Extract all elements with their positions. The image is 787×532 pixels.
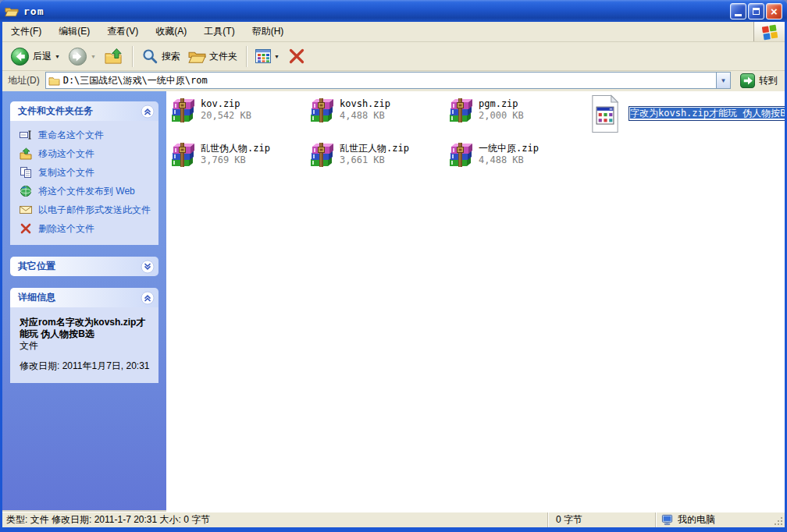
go-button[interactable]: 转到 [736,73,782,88]
close-button[interactable]: × [766,3,782,20]
rename-selected-text: 字改为kovsh.zip才能玩 伪人物按B选 [630,108,785,119]
address-dropdown-button[interactable]: ▼ [716,73,730,88]
menu-view[interactable]: 查看(V) [98,22,147,41]
search-icon [141,48,158,65]
folders-icon [188,49,206,64]
panel-file-tasks-body: 重命名这个文件 移动这个文件 复制这个文件 将这个文件发布到 Web [10,121,158,245]
main-area: 文件和文件夹任务 重命名这个文件 移动这个文件 复制这个文件 [2,91,785,512]
panel-other-places: 其它位置 [10,257,158,276]
task-move-file[interactable]: 移动这个文件 [20,148,154,160]
details-modified-date: 修改日期: 2011年1月7日, 20:31 [20,360,152,372]
details-file-name: 对应rom名字改为kovsh.zip才能玩 伪人物按B选 [20,317,152,340]
file-name: 乱世正人物.zip [340,143,409,154]
file-kovsh-zip[interactable]: kovsh.zip 4,488 KB [309,98,448,143]
task-copy-file[interactable]: 复制这个文件 [20,167,154,179]
toolbar: 后退 ▼ ▼ 搜索 文件夹 ▼ [2,42,785,71]
minimize-button[interactable] [730,3,746,20]
winrar-archive-icon [309,98,334,123]
task-publish-web[interactable]: 将这个文件发布到 Web [20,186,154,197]
task-label: 将这个文件发布到 Web [38,186,135,197]
window-title: rom [23,5,44,17]
file-pgm-zip[interactable]: pgm.zip 2,000 KB [448,98,587,143]
task-label: 移动这个文件 [38,148,94,159]
up-button[interactable] [101,44,126,69]
broken-plugin-button[interactable] [284,44,309,69]
explorer-window: rom × 文件(F) 编辑(E) 查看(V) 收藏(A) 工具(T) 帮助(H… [0,0,787,532]
file-luanshi-zheng-zip[interactable]: 乱世正人物.zip 3,661 KB [309,143,448,187]
red-x-icon [287,47,306,66]
task-label: 以电子邮件形式发送此文件 [38,204,151,215]
windows-flag-icon [761,23,778,41]
forward-button[interactable]: ▼ [65,44,99,69]
winrar-archive-icon [170,98,195,123]
file-name: 乱世伪人物.zip [201,143,270,154]
toolbar-separator [132,46,133,67]
task-email-file[interactable]: 以电子邮件形式发送此文件 [20,204,154,216]
forward-icon [68,47,87,66]
views-icon [255,49,271,63]
details-file-type: 文件 [20,340,152,352]
menu-file[interactable]: 文件(F) [2,22,50,41]
file-luanshi-wei-zip[interactable]: 乱世伪人物.zip 3,769 KB [170,143,309,187]
titlebar: rom × [0,0,787,22]
back-dropdown-icon[interactable]: ▼ [55,54,60,59]
folders-button[interactable]: 文件夹 [185,44,240,69]
file-name: pgm.zip [479,98,524,110]
views-button[interactable]: ▼ [252,44,283,69]
file-size: 4,488 KB [340,110,390,122]
panel-title: 其它位置 [18,260,55,273]
copy-icon [20,166,32,179]
addressbar: 地址(D) D:\三国战纪\游戏\一统中原\rom ▼ 转到 [2,71,785,91]
folders-label: 文件夹 [209,50,237,63]
file-size: 20,542 KB [201,110,251,122]
winrar-archive-icon [448,98,473,123]
chevron-down-icon[interactable] [141,260,155,274]
views-dropdown-icon: ▼ [274,54,280,59]
back-label: 后退 [33,50,52,63]
globe-icon [20,185,32,197]
address-input[interactable]: D:\三国战纪\游戏\一统中原\rom ▼ [45,72,731,89]
file-size: 2,000 KB [479,110,524,122]
file-size: 3,769 KB [201,154,270,166]
resize-grip[interactable] [774,512,785,527]
menu-tools[interactable]: 工具(T) [195,22,243,41]
search-button[interactable]: 搜索 [138,44,183,69]
file-name: 一统中原.zip [479,143,539,154]
menu-edit[interactable]: 编辑(E) [50,22,98,41]
file-yitong-zhongyuan-zip[interactable]: 一统中原.zip 4,488 KB [448,143,587,187]
back-button[interactable]: 后退 ▼ [7,44,63,69]
menu-favorites[interactable]: 收藏(A) [147,22,195,41]
file-kov-zip[interactable]: kov.zip 20,542 KB [170,98,309,143]
panel-file-tasks: 文件和文件夹任务 重命名这个文件 移动这个文件 复制这个文件 [10,101,158,245]
windows-logo [753,22,785,41]
files-grid: kov.zip 20,542 KB kovsh.zip 4,488 KB pgm… [170,98,587,187]
task-delete-file[interactable]: 删除这个文件 [20,223,154,235]
panel-details: 详细信息 对应rom名字改为kovsh.zip才能玩 伪人物按B选 文件 修改日… [10,288,158,383]
up-folder-icon [104,48,123,66]
close-icon: × [771,5,778,17]
my-computer-icon [661,514,673,526]
status-location: 我的电脑 [655,512,774,527]
menubar: 文件(F) 编辑(E) 查看(V) 收藏(A) 工具(T) 帮助(H) [2,22,785,42]
folder-icon [48,76,60,86]
maximize-icon [753,8,760,15]
statusbar: 类型: 文件 修改日期: 2011-1-7 20:31 大小: 0 字节 0 字… [2,512,785,527]
panel-file-tasks-header[interactable]: 文件和文件夹任务 [10,101,158,121]
chevron-up-icon[interactable] [141,291,155,305]
file-being-renamed[interactable] [588,94,622,136]
address-path: D:\三国战纪\游戏\一统中原\rom [63,74,208,87]
unknown-file-icon [588,94,622,133]
file-list-area[interactable]: kov.zip 20,542 KB kovsh.zip 4,488 KB pgm… [166,91,785,512]
panel-details-body: 对应rom名字改为kovsh.zip才能玩 伪人物按B选 文件 修改日期: 20… [10,307,158,383]
menu-help[interactable]: 帮助(H) [244,22,293,41]
panel-title: 文件和文件夹任务 [18,105,93,118]
status-size: 0 字节 [547,512,655,527]
panel-details-header[interactable]: 详细信息 [10,288,158,307]
chevron-up-icon[interactable] [141,105,155,119]
go-label: 转到 [759,74,778,87]
task-rename-file[interactable]: 重命名这个文件 [20,129,154,141]
rename-edit-box[interactable]: 字改为kovsh.zip才能玩 伪人物按B选 [629,106,785,121]
maximize-button[interactable] [748,3,764,20]
panel-other-places-header[interactable]: 其它位置 [10,257,158,276]
go-arrow-icon [740,73,755,88]
